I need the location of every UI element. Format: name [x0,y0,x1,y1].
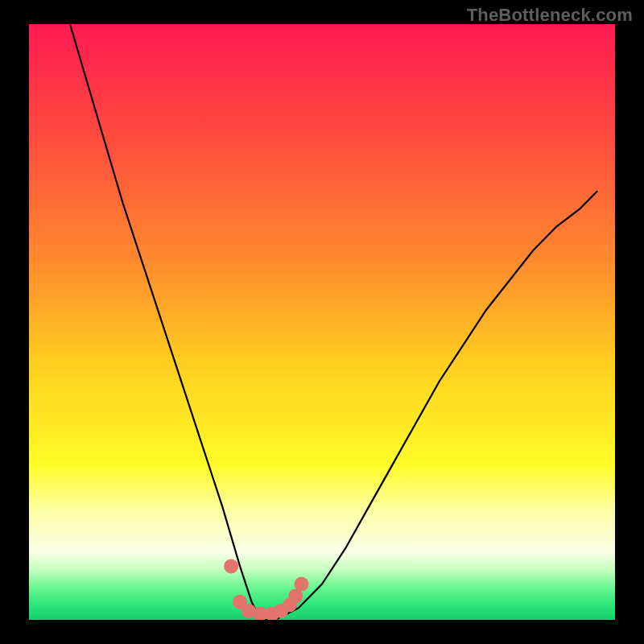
watermark-label: TheBottleneck.com [467,5,633,26]
plot-background [29,24,615,620]
curve-marker [224,559,238,573]
bottleneck-chart [0,0,644,644]
curve-marker [295,577,309,592]
chart-frame: TheBottleneck.com [0,0,644,644]
